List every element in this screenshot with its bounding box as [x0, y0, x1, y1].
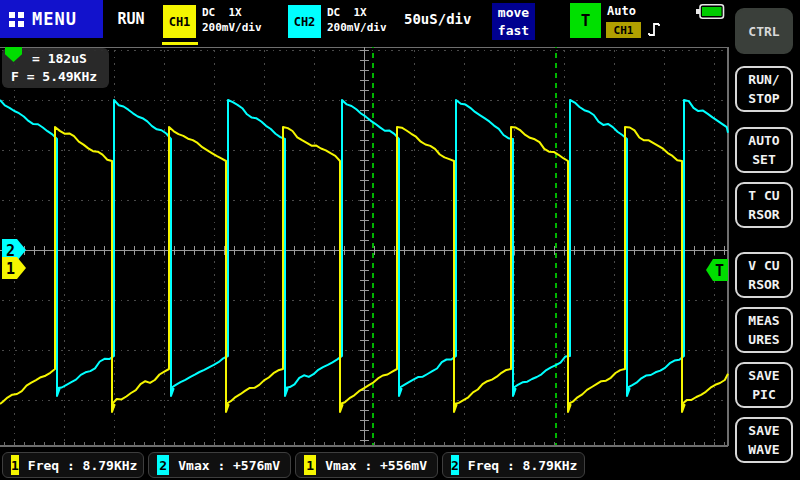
- svg-text:1: 1: [6, 260, 15, 278]
- ch1-scale: 200mV/div: [202, 21, 262, 34]
- cursor-delta-time: = 182uS: [32, 51, 87, 66]
- measure-chip: 2 Freq : 8.79KHz: [442, 452, 585, 478]
- auto-set-button[interactable]: AUTOSET: [735, 127, 793, 173]
- measure-value: Vmax : +576mV: [178, 458, 280, 473]
- trigger-edge-icon: [648, 21, 661, 38]
- measurement-bar: 1 Freq : 8.79KHz 2 Vmax : +576mV 1 Vmax …: [0, 449, 730, 480]
- move-speed-button[interactable]: movefast: [492, 3, 535, 40]
- run-status: RUN: [100, 0, 162, 38]
- timebase-value[interactable]: 50uS/div: [404, 11, 471, 27]
- ch1-coupling: DC 1X: [202, 6, 242, 19]
- ctrl-button[interactable]: CTRL: [735, 8, 793, 54]
- svg-text:2: 2: [6, 242, 15, 260]
- trigger-level-marker[interactable]: T: [706, 259, 728, 281]
- ch1-settings[interactable]: DC 1X200mV/div: [202, 5, 262, 35]
- t-cursor-button[interactable]: T CURSOR: [735, 182, 793, 228]
- measure-value: Freq : 8.79KHz: [468, 458, 578, 473]
- ch1-badge[interactable]: CH1: [163, 5, 196, 38]
- grid-layer: [0, 42, 728, 446]
- menu-button[interactable]: MENU: [0, 0, 103, 38]
- top-toolbar: MENU RUN CH1 DC 1X200mV/div CH2 DC 1X200…: [0, 0, 730, 47]
- trigger-badge[interactable]: T: [570, 3, 601, 38]
- measure-chip: 1 Freq : 8.79KHz: [2, 452, 144, 478]
- cursor-readout-box: = 182uS F = 5.49KHz: [2, 48, 109, 88]
- ch2-settings[interactable]: DC 1X200mV/div: [327, 5, 387, 35]
- ch1-position-marker[interactable]: 1: [2, 257, 26, 279]
- v-cursor-button[interactable]: V CURSOR: [735, 252, 793, 298]
- ch1-chip-badge: 1: [304, 455, 316, 475]
- ch1-active-underline: [162, 42, 198, 45]
- move-label: move: [498, 5, 529, 20]
- measure-value: Vmax : +556mV: [325, 458, 427, 473]
- ch2-coupling: DC 1X: [327, 6, 367, 19]
- softkey-sidebar: CTRL RUN/STOP AUTOSET T CURSOR V CURSOR …: [730, 0, 800, 480]
- svg-text:T: T: [715, 262, 724, 280]
- menu-label: MENU: [32, 9, 77, 29]
- trigger-mode: Auto: [607, 4, 636, 18]
- menu-grid-icon: [9, 12, 24, 27]
- battery-icon: [695, 4, 725, 19]
- ch1-chip-badge: 1: [11, 455, 19, 475]
- cursor-flag-icon[interactable]: [5, 45, 22, 62]
- run-stop-button[interactable]: RUN/STOP: [735, 66, 793, 112]
- measure-value: Freq : 8.79KHz: [28, 458, 138, 473]
- ch2-badge[interactable]: CH2: [288, 5, 321, 38]
- fast-label: fast: [498, 23, 529, 38]
- plot-svg: 21T: [0, 0, 730, 480]
- ch2-chip-badge: 2: [451, 455, 459, 475]
- save-wave-button[interactable]: SAVEWAVE: [735, 417, 793, 463]
- ch2-scale: 200mV/div: [327, 21, 387, 34]
- measures-button[interactable]: MEASURES: [735, 307, 793, 353]
- measure-chip: 1 Vmax : +556mV: [295, 452, 438, 478]
- save-pic-button[interactable]: SAVEPIC: [735, 362, 793, 408]
- ch2-chip-badge: 2: [157, 455, 169, 475]
- measure-chip: 2 Vmax : +576mV: [148, 452, 291, 478]
- trigger-source-badge[interactable]: CH1: [606, 22, 641, 38]
- cursor-frequency: F = 5.49KHz: [11, 69, 97, 84]
